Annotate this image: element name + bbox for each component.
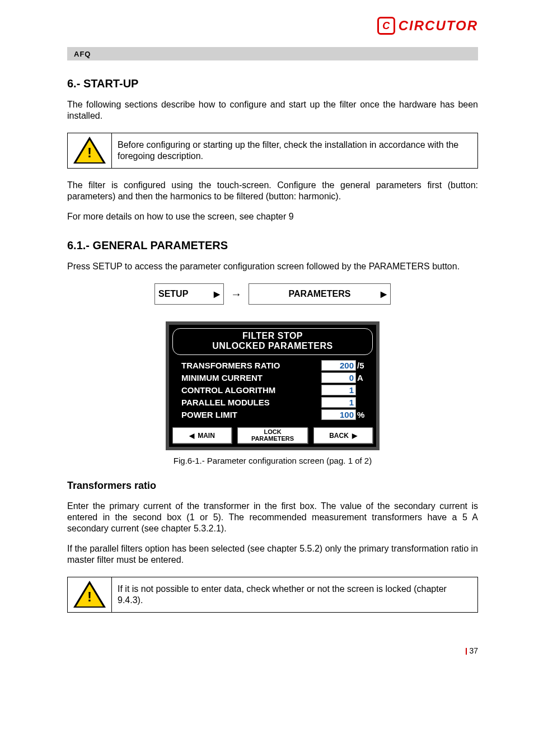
figure-caption: Fig.6-1.- Parameter configuration screen… xyxy=(67,456,478,465)
param-value-field[interactable]: 200 xyxy=(321,360,356,371)
warning-icon: ! xyxy=(73,137,106,165)
param-label: TRANSFORMERS RATIO xyxy=(181,361,321,370)
play-icon: ▶ xyxy=(214,290,220,298)
lock-button-label: LOCKPARAMETERS xyxy=(251,429,294,442)
arrow-right-icon: ▶ xyxy=(352,432,357,440)
setup-button[interactable]: SETUP ▶ xyxy=(154,283,224,305)
play-icon: ▶ xyxy=(381,290,387,298)
page-number: 37 xyxy=(67,646,478,655)
back-button-label: BACK xyxy=(329,432,349,440)
param-label: POWER LIMIT xyxy=(181,410,321,419)
warning-box: ! If it is not possible to enter data, c… xyxy=(67,577,478,613)
header-bar: AFQ xyxy=(67,47,478,60)
param-value-field[interactable]: 1 xyxy=(321,385,356,395)
param-label: MINIMUM CURRENT xyxy=(181,373,321,382)
setup-button-label: SETUP xyxy=(158,289,188,299)
nav-button-row: SETUP ▶ → PARAMETERS ▶ xyxy=(67,283,478,305)
param-value-field[interactable]: 1 xyxy=(321,397,356,408)
header-bar-text: AFQ xyxy=(74,50,91,58)
warning-text: Before configuring or starting up the fi… xyxy=(112,133,477,168)
paragraph: The following sections describe how to c… xyxy=(67,99,478,122)
brand-logo-text: CIRCUTOR xyxy=(399,18,478,34)
parameters-button[interactable]: PARAMETERS ▶ xyxy=(249,283,391,305)
param-row: PARALLEL MODULES1 xyxy=(181,397,371,408)
paragraph: If the parallel filters option has been … xyxy=(67,543,478,566)
section-heading: 6.- START-UP xyxy=(67,77,478,90)
paragraph: Press SETUP to access the parameter conf… xyxy=(67,261,478,272)
arrow-left-icon: ◀ xyxy=(189,432,194,440)
main-button-label: MAIN xyxy=(198,432,215,440)
panel-header: FILTER STOP UNLOCKED PARAMETERS xyxy=(169,325,376,356)
paragraph: Enter the primary current of the transfo… xyxy=(67,501,478,534)
param-row: MINIMUM CURRENT0A xyxy=(181,372,371,383)
parameters-button-label: PARAMETERS xyxy=(289,289,351,299)
paragraph: The filter is configured using the touch… xyxy=(67,180,478,202)
back-button[interactable]: BACK ▶ xyxy=(313,427,373,444)
lock-parameters-button[interactable]: LOCKPARAMETERS xyxy=(237,427,308,444)
warning-icon: ! xyxy=(73,581,106,609)
panel-header-line1: FILTER STOP xyxy=(173,331,372,341)
paragraph: For more details on how to use the scree… xyxy=(67,211,478,222)
subsection-title: Transformers ratio xyxy=(67,480,478,492)
param-unit: /5 xyxy=(356,361,371,370)
param-value-field[interactable]: 100 xyxy=(321,409,356,420)
param-label: CONTROL ALGORITHM xyxy=(181,385,321,395)
param-value-field[interactable]: 0 xyxy=(321,372,356,383)
warning-icon-cell: ! xyxy=(68,577,112,612)
param-label: PARALLEL MODULES xyxy=(181,398,321,407)
subsection-heading: 6.1.- GENERAL PARAMETERS xyxy=(67,239,478,252)
param-row: POWER LIMIT100% xyxy=(181,409,371,420)
main-button[interactable]: ◀ MAIN xyxy=(172,427,232,444)
param-unit: % xyxy=(356,410,371,419)
arrow-right-icon: → xyxy=(231,288,242,301)
warning-box: ! Before configuring or starting up the … xyxy=(67,133,478,169)
param-row: TRANSFORMERS RATIO200/5 xyxy=(181,360,371,371)
panel-footer: ◀ MAIN LOCKPARAMETERS BACK ▶ xyxy=(169,424,376,447)
panel-header-line2: UNLOCKED PARAMETERS xyxy=(173,341,372,351)
brand-logo-icon: C xyxy=(377,17,395,35)
parameters-panel: FILTER STOP UNLOCKED PARAMETERS TRANSFOR… xyxy=(166,321,380,450)
param-list: TRANSFORMERS RATIO200/5MINIMUM CURRENT0A… xyxy=(169,356,376,420)
warning-icon-cell: ! xyxy=(68,133,112,168)
param-row: CONTROL ALGORITHM1 xyxy=(181,385,371,395)
brand-logo: C CIRCUTOR xyxy=(377,17,478,35)
param-unit: A xyxy=(356,373,371,382)
warning-text: If it is not possible to enter data, che… xyxy=(112,577,477,612)
